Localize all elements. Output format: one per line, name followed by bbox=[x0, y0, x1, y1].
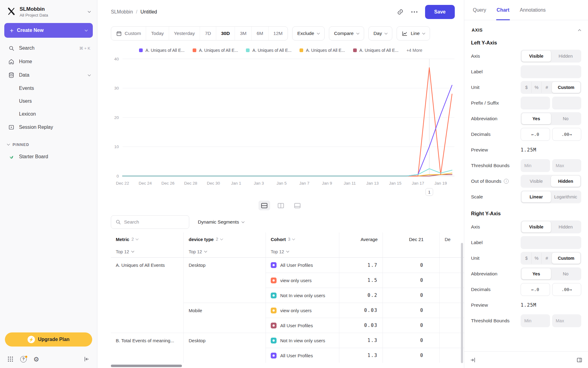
legend-item[interactable]: A. Uniques of All E... bbox=[246, 48, 292, 53]
column-header-average[interactable]: Average bbox=[339, 232, 383, 246]
sidebar-item-events[interactable]: Events bbox=[0, 82, 97, 95]
threshold-bounds-input-2[interactable] bbox=[552, 159, 582, 172]
tab-chart[interactable]: Chart bbox=[497, 0, 510, 20]
breadcrumb-current[interactable]: Untitled bbox=[141, 9, 157, 15]
top-filter-device[interactable]: Top 12 bbox=[189, 249, 207, 254]
sidebar-item-data[interactable]: Data bbox=[0, 68, 97, 82]
range-6m[interactable]: 6M bbox=[251, 27, 268, 40]
top-filter-metric[interactable]: Top 12 bbox=[116, 249, 134, 254]
label-input[interactable] bbox=[521, 65, 581, 78]
option-0[interactable]: ←.0 bbox=[521, 128, 550, 141]
option-hidden[interactable]: Hidden bbox=[551, 221, 580, 232]
range-7d[interactable]: 7D bbox=[200, 27, 216, 40]
range-yesterday[interactable]: Yesterday bbox=[169, 27, 200, 40]
tab-annotations[interactable]: Annotations bbox=[520, 0, 546, 20]
sidebar-item-lexicon[interactable]: Lexicon bbox=[0, 108, 97, 121]
option-opt[interactable]: # bbox=[542, 82, 552, 93]
more-options-button[interactable] bbox=[411, 11, 418, 13]
copy-link-button[interactable] bbox=[397, 9, 404, 15]
legend-item[interactable]: A. Uniques of All E... bbox=[300, 48, 345, 53]
legend-item[interactable]: A. Uniques of All E... bbox=[139, 48, 185, 53]
sidebar-item-session-replay[interactable]: Session Replay bbox=[0, 121, 97, 134]
table-row[interactable]: Not In view only users0.20 bbox=[111, 288, 464, 303]
column-header-next[interactable]: De bbox=[440, 232, 464, 246]
option-visible[interactable]: Visible bbox=[522, 51, 551, 62]
range-3m[interactable]: 3M bbox=[235, 27, 251, 40]
prefix-suffix-input-2[interactable] bbox=[552, 97, 582, 109]
legend-item[interactable]: A. Uniques of All E... bbox=[353, 48, 399, 53]
view-toggle-table[interactable] bbox=[292, 201, 303, 210]
threshold-bounds-input-1[interactable] bbox=[521, 159, 550, 172]
exclude-dropdown[interactable]: Exclude bbox=[292, 26, 325, 40]
option-00[interactable]: .00→ bbox=[552, 128, 582, 141]
view-toggle-split-vertical[interactable] bbox=[275, 201, 287, 210]
table-row[interactable]: A. Uniques of All EventsDesktopAll User … bbox=[111, 258, 464, 273]
table-row[interactable]: All User Profiles1.30 bbox=[111, 348, 464, 363]
column-header-cohort[interactable]: Cohort3 bbox=[266, 232, 339, 246]
option-no[interactable]: No bbox=[551, 268, 580, 279]
threshold-bounds-input-1[interactable] bbox=[521, 314, 550, 327]
option-opt[interactable]: $ bbox=[522, 253, 532, 264]
view-toggle-split-horizontal[interactable] bbox=[258, 201, 270, 210]
legend-item[interactable]: A. Uniques of All E... bbox=[193, 48, 238, 53]
table-row[interactable]: view only users1.50 bbox=[111, 273, 464, 288]
option-linear[interactable]: Linear bbox=[522, 191, 551, 202]
upgrade-plan-button[interactable]: ⚡ Upgrade Plan bbox=[5, 332, 92, 347]
option-opt[interactable]: $ bbox=[522, 82, 532, 93]
help-icon[interactable]: ? bbox=[20, 356, 27, 362]
option-visible[interactable]: Visible bbox=[522, 176, 551, 187]
collapse-panel-icon[interactable] bbox=[470, 357, 476, 363]
option-hidden[interactable]: Hidden bbox=[551, 176, 580, 187]
option-yes[interactable]: Yes bbox=[522, 113, 551, 124]
collapse-sidebar-icon[interactable] bbox=[84, 356, 90, 362]
info-icon[interactable]: i bbox=[504, 179, 509, 184]
sidebar-item-search[interactable]: Search ⌘ + K bbox=[0, 41, 97, 55]
table-row[interactable]: B. Total Events of meaning...DesktopNot … bbox=[111, 333, 464, 348]
axis-section-header[interactable]: AXIS bbox=[471, 20, 581, 34]
option-logarithmic[interactable]: Logarithmic bbox=[551, 191, 580, 202]
top-filter-cohort[interactable]: Top 12 bbox=[271, 249, 289, 254]
segment-search-input[interactable] bbox=[124, 219, 185, 225]
option-0[interactable]: ←.0 bbox=[521, 283, 550, 296]
option-00[interactable]: .00→ bbox=[552, 283, 582, 296]
horizontal-scrollbar[interactable] bbox=[111, 365, 182, 367]
column-header-dec21[interactable]: Dec 21 bbox=[383, 232, 440, 246]
sidebar-item-users[interactable]: Users bbox=[0, 95, 97, 108]
compare-dropdown[interactable]: Compare bbox=[329, 26, 364, 40]
threshold-bounds-input-2[interactable] bbox=[552, 314, 582, 327]
breadcrumb-root[interactable]: SLMobbin bbox=[111, 9, 133, 15]
option-opt[interactable]: % bbox=[532, 253, 542, 264]
option-visible[interactable]: Visible bbox=[522, 221, 551, 232]
option-hidden[interactable]: Hidden bbox=[551, 51, 580, 62]
vertical-scrollbar[interactable] bbox=[461, 243, 463, 363]
option-custom[interactable]: Custom bbox=[552, 82, 580, 93]
range-today[interactable]: Today bbox=[146, 27, 168, 40]
granularity-dropdown[interactable]: Day bbox=[368, 26, 393, 40]
prefix-suffix-input-1[interactable] bbox=[521, 97, 550, 109]
create-new-button[interactable]: + Create New bbox=[4, 23, 93, 38]
dynamic-segments-dropdown[interactable]: Dynamic Segments bbox=[198, 215, 244, 229]
save-button[interactable]: Save bbox=[425, 5, 455, 19]
gear-icon[interactable]: ⚙ bbox=[33, 356, 39, 362]
table-row[interactable]: All User Profiles0.030 bbox=[111, 318, 464, 333]
legend-more[interactable]: +4 More bbox=[406, 48, 422, 53]
option-opt[interactable]: # bbox=[542, 253, 552, 264]
sidebar-item-home[interactable]: Home bbox=[0, 55, 97, 68]
option-opt[interactable]: % bbox=[532, 82, 542, 93]
option-no[interactable]: No bbox=[551, 113, 580, 124]
tab-query[interactable]: Query bbox=[473, 0, 486, 20]
sidebar-item-starter-board[interactable]: Starter Board bbox=[0, 150, 97, 163]
label-input[interactable] bbox=[521, 236, 581, 249]
option-yes[interactable]: Yes bbox=[522, 268, 551, 279]
pinned-section-header[interactable]: PINNED bbox=[0, 134, 97, 150]
column-header-metric[interactable]: Metric2 bbox=[111, 232, 184, 246]
workspace-switcher[interactable]: SLMobbin All Project Data bbox=[0, 0, 97, 22]
line-chart[interactable]: 010203040Dec 22Dec 24Dec 26Dec 28Dec 30J… bbox=[107, 54, 456, 199]
chart-type-dropdown[interactable]: Line bbox=[397, 26, 430, 40]
column-header-device-type[interactable]: device type2 bbox=[184, 232, 266, 246]
apps-grid-icon[interactable] bbox=[7, 356, 13, 362]
range-30d[interactable]: 30D bbox=[216, 27, 235, 40]
range-12m[interactable]: 12M bbox=[268, 27, 288, 40]
table-row[interactable]: Mobileview only users0.030 bbox=[111, 303, 464, 318]
option-custom[interactable]: Custom bbox=[552, 253, 580, 264]
